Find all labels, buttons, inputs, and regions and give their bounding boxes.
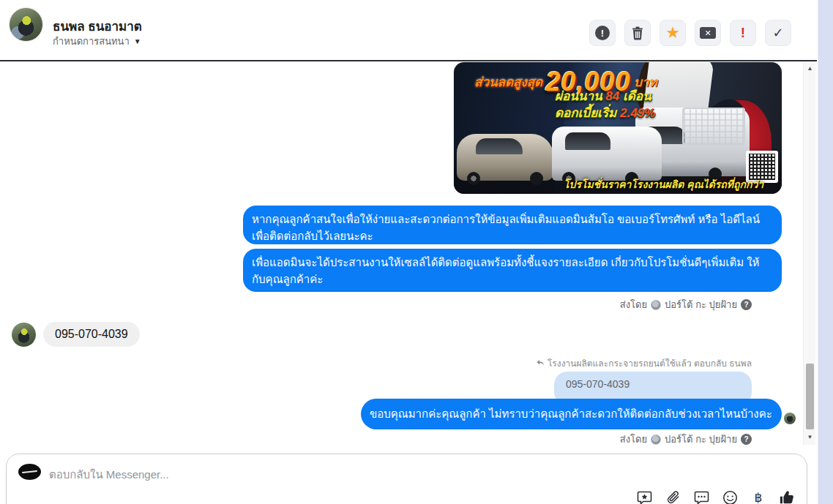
conversation-schedule-dropdown[interactable]: กำหนดการสนทนา ▼ — [53, 34, 141, 49]
paperclip-icon — [665, 490, 681, 504]
sent-by-attribution: ส่งโดย ปอร์โต้ กะ ปุยฝ้าย ? — [620, 432, 752, 445]
conversation-header: ธนพล ธนอามาต กำหนดการสนทนา ▼ ! ★ — [0, 0, 817, 60]
delete-button[interactable] — [624, 20, 651, 46]
header-divider — [0, 60, 817, 61]
header-action-bar: ! ★ ✕ ! ✓ — [589, 20, 791, 46]
scroll-down-icon[interactable]: ▼ — [804, 434, 816, 440]
admin-avatar — [651, 300, 661, 310]
thumbs-up-icon — [779, 489, 795, 504]
sent-by-label: ส่งโดย — [620, 297, 647, 312]
exclamation-icon: ! — [741, 25, 745, 41]
ad-car-pickup — [552, 127, 662, 181]
page-scrollbar[interactable] — [818, 0, 833, 504]
admin-name: ปอร์โต้ กะ ปุยฝ้าย — [665, 297, 737, 312]
promo-image-attachment[interactable]: ส่วนลดสูงสุด 20,000 บาท ผ่อนนาน 84 เดือน… — [454, 62, 782, 194]
admin-avatar — [651, 435, 661, 445]
baht-icon: ฿ — [755, 490, 763, 504]
scrollbar-thumb[interactable] — [806, 364, 814, 429]
trash-icon — [631, 26, 644, 40]
check-icon: ✓ — [772, 25, 783, 41]
report-icon: ! — [595, 26, 610, 40]
sent-by-attribution: ส่งโดย ปอร์โต้ กะ ปุยฝ้าย ? — [620, 297, 752, 312]
scroll-up-icon[interactable]: ▲ — [804, 65, 816, 72]
contact-avatar[interactable] — [9, 7, 43, 42]
mark-done-button[interactable]: ✓ — [765, 20, 791, 46]
outgoing-message[interactable]: หากคุณลูกค้าสนใจเพื่อให้ง่ายและสะดวกต่อก… — [243, 206, 782, 244]
help-icon[interactable]: ? — [741, 299, 752, 310]
contact-name[interactable]: ธนพล ธนอามาต — [53, 16, 142, 36]
smiley-icon — [722, 490, 738, 504]
mark-unread-button[interactable]: ✕ — [695, 20, 721, 46]
admin-name: ปอร์โต้ กะ ปุยฝ้าย — [665, 432, 737, 445]
composer-toolbar: ฿ — [636, 489, 795, 504]
incoming-message-row: 095-070-4039 — [12, 322, 140, 347]
report-button[interactable]: ! — [589, 20, 616, 46]
outgoing-message[interactable]: เพื่อแอดมินจะได้ประสานงานให้เซลล์ได้ติดต… — [243, 249, 782, 292]
ad-interest-line: ดอกเบี้ยเริ่ม 2.49% — [555, 102, 655, 122]
ad-caption: โปรโมชั่นราคาโรงงานผลิต คุณได้รถที่ถูกกว… — [564, 176, 763, 192]
contact-avatar-small[interactable] — [12, 323, 36, 347]
chevron-down-icon: ▼ — [134, 37, 141, 45]
page-logo — [18, 464, 41, 480]
envelope-x-icon: ✕ — [700, 27, 716, 39]
messenger-inbox-window: ธนพล ธนอามาต กำหนดการสนทนา ▼ ! ★ — [0, 0, 833, 504]
thread-scrollbar[interactable]: ▲ ▼ — [803, 61, 815, 445]
outgoing-message[interactable]: ขอบคุณมากค่ะคุณลูกค้า ไม่ทราบว่าคุณลูกค้… — [361, 399, 782, 429]
follow-up-button[interactable]: ★ — [660, 20, 686, 46]
saved-replies-button[interactable] — [636, 489, 652, 504]
ad-car-hatchback — [457, 134, 553, 181]
composer-placeholder[interactable]: ตอบกลับใน Messenger... — [49, 466, 169, 484]
emoji-button[interactable] — [722, 489, 738, 504]
schedule-label: กำหนดการสนทนา — [53, 34, 130, 49]
comment-button[interactable] — [693, 489, 709, 504]
reply-arrow-icon — [536, 359, 545, 367]
help-icon[interactable]: ? — [741, 434, 752, 445]
message-thread: ส่วนลดสูงสุด 20,000 บาท ผ่อนนาน 84 เดือน… — [0, 61, 803, 445]
incoming-message[interactable]: 095-070-4039 — [43, 322, 140, 347]
reply-composer[interactable]: ตอบกลับใน Messenger... — [6, 454, 807, 504]
payment-button[interactable]: ฿ — [750, 489, 766, 504]
like-button[interactable] — [779, 489, 795, 504]
bubble-star-icon — [637, 490, 652, 504]
star-icon: ★ — [665, 26, 680, 40]
mark-important-button[interactable]: ! — [730, 20, 756, 46]
reply-context-text: โรงงานผลิตและกระจายรถยนต์ใช้แล้ว ตอบกลับ… — [548, 356, 752, 370]
comment-dots-icon — [694, 490, 709, 504]
reply-context[interactable]: โรงงานผลิตและกระจายรถยนต์ใช้แล้ว ตอบกลับ… — [536, 356, 752, 370]
read-receipt-avatar — [784, 413, 796, 424]
sent-by-label: ส่งโดย — [620, 432, 647, 445]
attach-file-button[interactable] — [665, 489, 681, 504]
